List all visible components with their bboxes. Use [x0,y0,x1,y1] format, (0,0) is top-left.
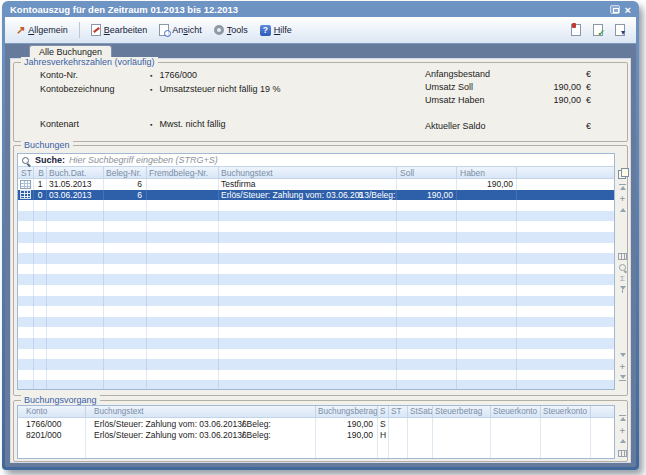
menu-hilfe[interactable]: ? Hilfe [256,23,296,38]
empty-cell [517,243,614,254]
col-steuerkonto-2[interactable]: Steuerkonto 2 [541,406,591,417]
scroll-up-icon[interactable] [617,439,628,443]
report-button[interactable] [567,22,585,38]
empty-cell [491,441,541,459]
empty-cell [104,274,147,285]
menu-ansicht[interactable]: Ansicht [155,22,206,38]
fremdbeleg-cell [147,190,219,201]
filter-icon[interactable] [617,286,628,293]
col-stsatz[interactable]: StSatz [408,406,433,417]
col-filler [591,406,614,417]
empty-cell [147,232,219,243]
menu-hilfe-label: Hilfe [274,25,292,35]
st-cell [18,179,34,190]
empty-cell [397,221,457,232]
empty-cell [147,338,219,349]
empty-cell [18,317,34,328]
konto-cell: 8201/000 [18,430,86,442]
scroll-down-icon[interactable] [617,353,628,357]
col-st[interactable]: ST [18,167,34,178]
empty-cell [18,370,34,381]
booking-row[interactable]: 1 31.05.2013 6 Testfirma 190,00 [18,179,614,190]
menu-bearbeiten[interactable]: Bearbeiten [87,22,152,38]
empty-cell [517,359,614,370]
col-buchungsbetrag[interactable]: Buchungsbetrag [316,406,378,417]
st-cell [389,430,408,442]
col-steuerbetrag[interactable]: Steuerbetrag [433,406,491,417]
close-button[interactable]: × [625,5,631,15]
empty-cell [457,306,517,317]
empty-cell [457,359,517,370]
kontenart-label: Kontenart [40,119,79,129]
vorgang-row[interactable]: 1766/000 Erlös/Steuer: Zahlung vom: 03.0… [18,418,614,430]
col-steuerkonto-1[interactable]: Steuerkonto 1 [491,406,541,417]
empty-cell [457,232,517,243]
menu-allgemein[interactable]: ↗ Allgemein [12,23,72,37]
menu-tools[interactable]: Tools [210,23,252,37]
restore-button[interactable] [610,5,620,14]
goto-top-icon[interactable] [617,415,628,421]
steuerkonto1-cell [491,418,541,430]
booking-grid-icon [20,180,31,189]
empty-cell [147,243,219,254]
col-st[interactable]: ST [389,406,408,417]
empty-cell [408,441,433,459]
menu-bearbeiten-label: Bearbeiten [104,25,148,35]
confirm-button[interactable] [589,22,607,38]
copy-pages-icon[interactable] [617,168,628,178]
col-fremdbeleg[interactable]: Fremdbeleg-Nr. [147,167,219,178]
umsatz-haben-value: 190,00 [521,95,581,105]
sum-icon[interactable]: Σ [617,275,628,283]
empty-row [18,221,614,232]
empty-cell [104,232,147,243]
empty-row [18,211,614,222]
empty-cell [34,317,47,328]
empty-cell [104,243,147,254]
row-append-icon[interactable]: + [617,364,628,371]
col-s[interactable]: S [378,406,389,417]
empty-cell [34,243,47,254]
col-soll[interactable]: Soll [397,167,457,178]
col-beleg[interactable]: Beleg-Nr. [104,167,147,178]
col-konto[interactable]: Konto [18,406,86,417]
scroll-up-icon[interactable] [617,208,628,212]
col-haben[interactable]: Haben [457,167,517,178]
empty-cell [397,338,457,349]
umsatz-haben-label: Umsatz Haben [425,95,485,105]
export-button[interactable] [611,22,629,38]
empty-cell [457,264,517,275]
empty-cell [147,306,219,317]
empty-cell [433,441,491,459]
goto-bottom-icon[interactable] [617,375,628,381]
empty-row [18,349,614,360]
text-beleg-cell: 6 [358,190,363,201]
group-buchungsvorgang-title: Buchungsvorgang [21,395,100,405]
filler-cell [591,430,614,442]
empty-cell [517,285,614,296]
empty-cell [517,327,614,338]
steuerbetrag-cell [433,430,491,442]
titlebar[interactable]: Kontoauszug für den Zeitraum 01.2013 bis… [5,2,636,17]
empty-cell [397,274,457,285]
col-buchdat[interactable]: Buch.Dat. [47,167,104,178]
column-options-icon[interactable] [617,253,628,260]
empty-cell [457,296,517,307]
table-search-icon[interactable] [617,264,628,273]
row-insert-icon[interactable]: + [617,196,628,203]
empty-cell [219,221,397,232]
booking-row-selected[interactable]: 0 03.06.2013 6 Erlös/Steuer: Zahlung vom… [18,190,614,201]
column-options-icon[interactable] [617,450,628,457]
col-buchungstext[interactable]: Buchungstext [219,167,397,178]
goto-top-icon[interactable] [617,184,628,190]
search-input[interactable]: Suche: Hier Suchbegriff eingeben (STRG+S… [18,154,614,167]
umsatz-soll-value: 190,00 [521,82,581,92]
empty-cell [457,253,517,264]
empty-cell [219,253,397,264]
col-b[interactable]: B [34,167,47,178]
empty-cell [517,211,614,222]
empty-cell [34,359,47,370]
vorgang-row[interactable]: 8201/000 Erlös/Steuer: Zahlung vom: 03.0… [18,430,614,442]
row-insert-icon[interactable]: + [617,428,628,435]
col-buchungstext[interactable]: Buchungstext [86,406,316,417]
vorgang-header: Konto Buchungstext Buchungsbetrag S ST S… [18,406,614,418]
